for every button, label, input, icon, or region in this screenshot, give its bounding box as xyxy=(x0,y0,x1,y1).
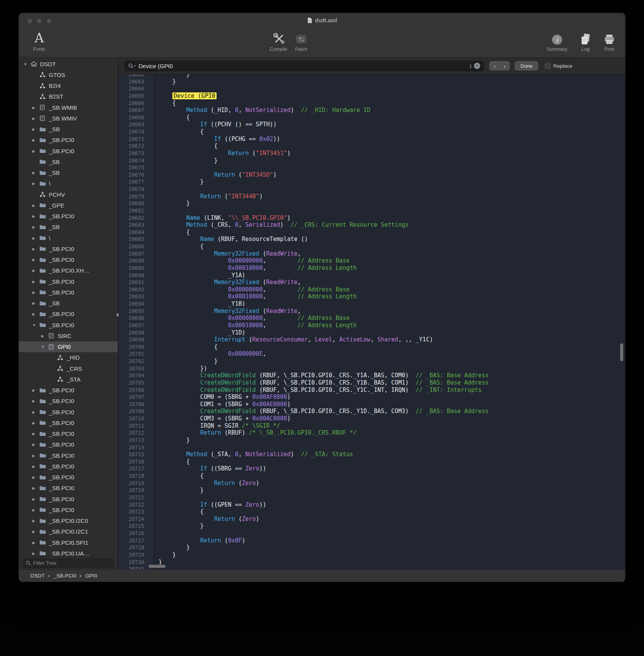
code-line-20700[interactable]: 20700 { xyxy=(118,343,625,351)
disclosure-triangle-icon[interactable]: ▶ xyxy=(32,116,39,120)
tree-item-sbpci0[interactable]: ▼_SB.PCI0 xyxy=(19,320,118,330)
code-line-20698[interactable]: 20698 _Y1D) xyxy=(118,329,625,336)
code-line-20701[interactable]: 20701 0x0000000E, xyxy=(118,350,625,358)
summary-button[interactable]: i Summary xyxy=(545,28,569,52)
code-line-20670[interactable]: 20670 { xyxy=(118,128,625,136)
disclosure-triangle-icon[interactable]: ▶ xyxy=(32,149,39,153)
code-line-20724[interactable]: 20724 Return (Zero) xyxy=(118,515,625,523)
code-line-20714[interactable]: 20714 xyxy=(118,444,625,451)
code-line-20727[interactable]: 20727 Return (0x0F) xyxy=(118,537,625,544)
tree-item-sbpci0[interactable]: ▶_SB.PCI0 xyxy=(19,135,118,146)
code-line-20685[interactable]: 20685 Name (RBUF, ResourceTemplate () xyxy=(118,236,625,243)
disclosure-triangle-icon[interactable]: ▶ xyxy=(32,454,39,458)
previous-match-button[interactable]: ‹ xyxy=(489,61,500,70)
disclosure-triangle-icon[interactable]: ▶ xyxy=(32,236,39,240)
tree-item-sbpci0[interactable]: ▶_SB.PCI0 xyxy=(19,472,118,483)
tree-item-sbpci0i2c0[interactable]: ▶_SB.PCI0.I2C0 xyxy=(19,515,118,526)
done-button[interactable]: Done xyxy=(515,61,538,70)
tree-item-sbpci0[interactable]: ▶_SB.PCI0 xyxy=(19,309,118,320)
code-line-20707[interactable]: 20707 COM0 = (SBRG + 0x00AF0000) xyxy=(118,393,625,401)
code-line-20709[interactable]: 20709 CreateDWordField (RBUF, \_SB.PCI0.… xyxy=(118,408,625,415)
disclosure-triangle-icon[interactable]: ▶ xyxy=(32,138,39,142)
disclosure-triangle-icon[interactable]: ▶ xyxy=(32,541,39,545)
code-line-20678[interactable]: 20678 xyxy=(118,186,625,193)
code-line-20699[interactable]: 20699 Interrupt (ResourceConsumer, Level… xyxy=(118,336,625,343)
disclosure-triangle-icon[interactable]: ▶ xyxy=(32,464,39,469)
code-line-20667[interactable]: 20667 Method (_HID, 0, NotSerialized) //… xyxy=(118,107,625,114)
print-button[interactable]: Print xyxy=(599,28,620,52)
code-line-20668[interactable]: 20668 { xyxy=(118,114,625,121)
tree-item-sb[interactable]: ▶_SB xyxy=(19,124,118,135)
code-line-20679[interactable]: 20679 Return ("INT344B") xyxy=(118,193,625,200)
tree-item-sbpci0i2c1[interactable]: ▶_SB.PCI0.I2C1 xyxy=(19,526,118,537)
code-line-20705[interactable]: 20705 CreateDWordField (RBUF, \_SB.PCI0.… xyxy=(118,379,625,387)
tree-item-sbpci0[interactable]: ▶_SB.PCI0 xyxy=(19,276,118,287)
tree-item-sbpci0[interactable]: ▶_SB.PCI0 xyxy=(19,483,118,494)
search-input[interactable] xyxy=(138,63,467,69)
code-line-20708[interactable]: 20708 COM1 = (SBRG + 0x00AE0000) xyxy=(118,401,625,408)
tree-item-sbpci0[interactable]: ▶_SB.PCI0 xyxy=(19,439,118,450)
disclosure-triangle-icon[interactable]: ▶ xyxy=(32,301,39,305)
tree-item-gtos[interactable]: GTOS xyxy=(19,69,118,80)
code-line-20715[interactable]: 20715 Method (_STA, 0, NotSerialized) //… xyxy=(118,451,625,458)
disclosure-triangle-icon[interactable]: ▶ xyxy=(32,421,39,425)
disclosure-triangle-icon[interactable]: ▶ xyxy=(32,203,39,208)
code-line-20686[interactable]: 20686 { xyxy=(118,243,625,250)
replace-checkbox[interactable] xyxy=(545,63,551,69)
vertical-scrollbar-thumb[interactable] xyxy=(620,343,623,361)
next-match-button[interactable]: › xyxy=(499,61,510,70)
tree-item-sbpci0spi1[interactable]: ▶_SB.PCI0.SPI1 xyxy=(19,537,118,548)
disclosure-triangle-icon[interactable]: ▼ xyxy=(23,62,30,66)
code-line-20682[interactable]: 20682 Name (LINK, "\\_SB.PCI0.GPI0") xyxy=(118,214,625,222)
disclosure-triangle-icon[interactable]: ▶ xyxy=(32,181,39,186)
breadcrumb-item[interactable]: DSDT xyxy=(30,573,45,579)
log-button[interactable]: Log xyxy=(575,28,596,52)
code-line-20671[interactable]: 20671 If ((PCHG == 0x02)) xyxy=(118,136,625,143)
code-line-20711[interactable]: 20711 IRQN = SGIR /* \SGIR */ xyxy=(118,422,625,430)
disclosure-triangle-icon[interactable]: ▶ xyxy=(32,410,39,414)
disclosure-triangle-icon[interactable]: ▶ xyxy=(41,334,48,338)
tree-item-dsdt[interactable]: ▼DSDT xyxy=(19,59,118,69)
code-line-20676[interactable]: 20676 Return ("INT345D") xyxy=(118,171,625,179)
tree-item-crs[interactable]: _CRS xyxy=(19,363,118,374)
tree-item-sbpci0[interactable]: ▶_SB.PCI0 xyxy=(19,428,118,439)
code-line-20697[interactable]: 20697 0x00010000, // Address Length xyxy=(118,322,625,329)
tree-item-sbpci0[interactable]: ▶_SB.PCI0 xyxy=(19,417,118,428)
search-menu-icon[interactable] xyxy=(128,63,137,69)
code-line-20723[interactable]: 20723 { xyxy=(118,508,625,515)
patch-button[interactable]: Patch xyxy=(291,28,312,52)
code-line-20683[interactable]: 20683 Method (_CRS, 0, Serialized) // _C… xyxy=(118,221,625,229)
code-line-20672[interactable]: 20672 { xyxy=(118,142,625,150)
disclosure-triangle-icon[interactable]: ▶ xyxy=(32,399,39,403)
code-line-20730[interactable]: 20730} xyxy=(118,559,625,566)
disclosure-triangle-icon[interactable]: ▶ xyxy=(32,105,39,110)
disclosure-triangle-icon[interactable]: ▶ xyxy=(32,290,39,295)
tree-item-[interactable]: ▶\ xyxy=(19,178,118,189)
tree-item-sbpci0[interactable]: ▶_SB.PCI0 xyxy=(19,461,118,472)
disclosure-triangle-icon[interactable]: ▶ xyxy=(32,551,39,556)
search-field[interactable]: 1 ✕ xyxy=(125,61,484,71)
tree-item-b2i4[interactable]: B2I4 xyxy=(19,80,118,91)
tree-item-sbpci0xh[interactable]: ▶_SB.PCI0.XH… xyxy=(19,265,118,276)
disclosure-triangle-icon[interactable]: ▶ xyxy=(32,529,39,534)
tree-item-pchv[interactable]: PCHV xyxy=(19,189,118,200)
code-line-20717[interactable]: 20717 If ((SBRG == Zero)) xyxy=(118,465,625,472)
code-line-20721[interactable]: 20721 xyxy=(118,494,625,501)
code-line-20695[interactable]: 20695 Memory32Fixed (ReadWrite, xyxy=(118,308,625,315)
breadcrumb-item[interactable]: _SB.PCI0 xyxy=(53,573,76,579)
code-line-20663[interactable]: 20663 } xyxy=(118,78,625,85)
code-line-20716[interactable]: 20716 { xyxy=(118,458,625,465)
code-line-20673[interactable]: 20673 Return ("INT3451") xyxy=(118,150,625,157)
code-line-20718[interactable]: 20718 { xyxy=(118,472,625,480)
code-line-20693[interactable]: 20693 0x00010000, // Address Length xyxy=(118,293,625,300)
disclosure-triangle-icon[interactable]: ▶ xyxy=(32,171,39,175)
sidebar-tree[interactable]: ▼DSDTGTOSB2I4B2ST▶_SB.WMIB▶_SB.WMIV▶_SB▶… xyxy=(19,58,118,556)
code-line-20704[interactable]: 20704 CreateDWordField (RBUF, \_SB.PCI0.… xyxy=(118,372,625,379)
disclosure-triangle-icon[interactable]: ▶ xyxy=(32,214,39,218)
tree-item-sbpci0[interactable]: ▶_SB.PCI0 xyxy=(19,243,118,254)
tree-item-sbpci0[interactable]: ▶_SB.PCI0 xyxy=(19,450,118,461)
code-line-20666[interactable]: 20666 { xyxy=(118,100,625,107)
code-line-20706[interactable]: 20706 CreateDWordField (RBUF, \_SB.PCI0.… xyxy=(118,387,625,394)
tree-item-b2st[interactable]: B2ST xyxy=(19,91,118,102)
tree-item-sbpci0ua[interactable]: ▶_SB.PCI0.UA… xyxy=(19,548,118,556)
